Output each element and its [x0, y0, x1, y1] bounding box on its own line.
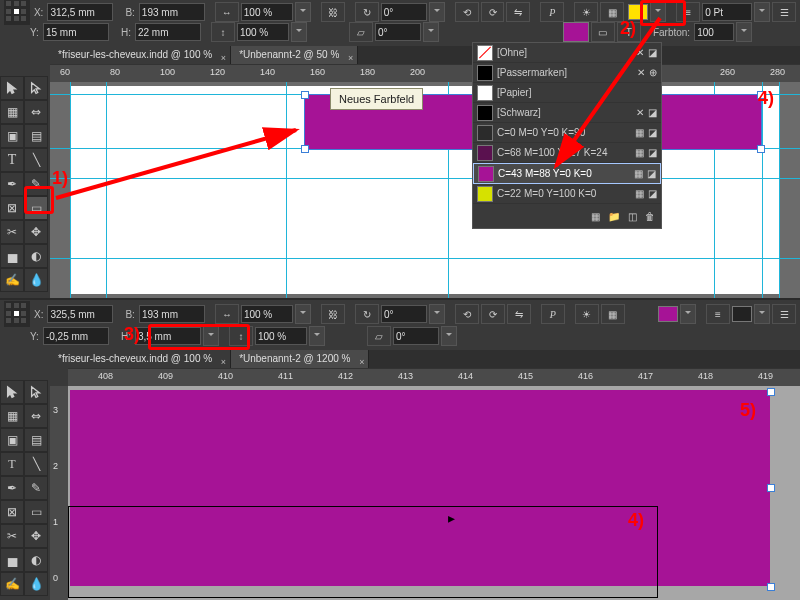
eyedropper-tool[interactable]: 💧 [24, 268, 48, 292]
shear-field[interactable] [375, 23, 421, 41]
handle[interactable] [767, 484, 775, 492]
swatch-black[interactable]: [Schwarz]✕◪ [473, 103, 661, 123]
handle[interactable] [767, 583, 775, 591]
effects-icon[interactable]: ☀ [575, 304, 599, 324]
swatch-yellow[interactable]: C=22 M=0 Y=100 K=0▦◪ [473, 184, 661, 204]
stroke-swatch[interactable] [732, 306, 752, 322]
rot-ccw-icon[interactable]: ⟲ [455, 304, 479, 324]
content-collector-tool[interactable]: ▣ [0, 428, 24, 452]
fill-dd[interactable] [650, 2, 666, 22]
gradient-feather-tool[interactable]: ◐ [24, 244, 48, 268]
scalex-dd[interactable] [295, 2, 311, 22]
ruler-v-bottom[interactable]: 3 2 1 0 [50, 386, 69, 600]
pencil-tool[interactable]: ✎ [24, 172, 48, 196]
fill-swatch[interactable] [628, 4, 648, 20]
pencil-tool[interactable]: ✎ [24, 476, 48, 500]
rot90-cw-icon[interactable]: ⟳ [481, 2, 505, 22]
page-tool[interactable]: ▦ [0, 100, 24, 124]
scalex-field[interactable] [241, 3, 293, 21]
swatch-dark-magenta[interactable]: C=68 M=100 Y=27 K=24▦◪ [473, 143, 661, 163]
w-field[interactable] [139, 3, 205, 21]
note-tool[interactable]: ✍ [0, 572, 24, 596]
panel-menu-icon[interactable]: ☰ [772, 2, 796, 22]
apply-container-icon[interactable]: ▭ [591, 22, 615, 42]
flip-icon[interactable]: ⇋ [507, 304, 531, 324]
ruler-h-bottom[interactable]: 408409410411412413414415416417418419 [68, 368, 800, 388]
page-tool[interactable]: ▦ [0, 404, 24, 428]
ruler-h-top[interactable]: 6080100120140160180200260280 [50, 64, 800, 84]
handle[interactable] [757, 91, 765, 99]
tab-doc1-b[interactable]: *friseur-les-cheveux.indd @ 100 %× [50, 350, 231, 368]
tab-doc1[interactable]: *friseur-les-cheveux.indd @ 100 %× [50, 46, 231, 64]
tab-doc2-b[interactable]: *Unbenannt-2 @ 1200 %× [231, 350, 369, 368]
handle[interactable] [767, 388, 775, 396]
rectangle-tool[interactable]: ▭ [24, 196, 48, 220]
h-field[interactable] [135, 23, 201, 41]
handle[interactable] [757, 145, 765, 153]
trash-icon[interactable]: 🗑 [645, 211, 655, 222]
free-transform-tool[interactable]: ✥ [24, 524, 48, 548]
p-icon[interactable]: P [540, 2, 564, 22]
rectangle-tool[interactable]: ▭ [24, 500, 48, 524]
content-placer-tool[interactable]: ▤ [24, 428, 48, 452]
apply-text-icon[interactable]: T [617, 22, 641, 42]
new-swatch-icon[interactable]: ◫ [628, 211, 637, 222]
scaley-dd[interactable] [291, 22, 307, 42]
y-field[interactable] [43, 23, 109, 41]
swatch-k90[interactable]: C=0 M=0 Y=0 K=90▦◪ [473, 123, 661, 143]
panel-menu-icon[interactable]: ☰ [772, 304, 796, 324]
swatch-paper[interactable]: [Papier] [473, 83, 661, 103]
effects-icon[interactable]: ☀ [574, 2, 598, 22]
rotate-dd[interactable] [429, 2, 445, 22]
gap-tool[interactable]: ⇔ [24, 100, 48, 124]
rot-cw-icon[interactable]: ⟳ [481, 304, 505, 324]
gradient-swatch-tool[interactable]: ▅ [0, 548, 24, 572]
handle[interactable] [301, 91, 309, 99]
tint-field[interactable] [694, 23, 734, 41]
link-icon[interactable]: ⛓ [321, 304, 345, 324]
swatch-none[interactable]: [Ohne]✕◪ [473, 43, 661, 63]
p-icon[interactable]: P [541, 304, 565, 324]
free-transform-tool[interactable]: ✥ [24, 220, 48, 244]
rotate-b[interactable] [381, 305, 427, 323]
fill-swatch-b[interactable] [658, 306, 678, 322]
line-tool[interactable]: ╲ [24, 148, 48, 172]
type-tool[interactable]: T [0, 452, 24, 476]
gap-tool[interactable]: ⇔ [24, 404, 48, 428]
canvas-top[interactable] [50, 82, 800, 298]
y-field-b[interactable] [43, 327, 109, 345]
pen-tool[interactable]: ✒ [0, 172, 24, 196]
content-placer-tool[interactable]: ▤ [24, 124, 48, 148]
rectangle-frame-tool[interactable]: ⊠ [0, 196, 24, 220]
pen-tool[interactable]: ✒ [0, 476, 24, 500]
scaley-b[interactable] [255, 327, 307, 345]
note-tool[interactable]: ✍ [0, 268, 24, 292]
type-tool[interactable]: T [0, 148, 24, 172]
stroke-field[interactable] [702, 3, 752, 21]
selection-tool[interactable] [0, 380, 24, 404]
swatch-view-icon[interactable]: ▦ [591, 211, 600, 222]
new-folder-icon[interactable]: 📁 [608, 211, 620, 222]
link-scale-icon[interactable]: ⛓ [321, 2, 345, 22]
canvas-bottom[interactable]: ▸ [68, 386, 800, 600]
direct-selection-tool[interactable] [24, 380, 48, 404]
h-field-b[interactable] [135, 327, 201, 345]
ref-point-b[interactable] [4, 301, 30, 327]
scissors-tool[interactable]: ✂ [0, 220, 24, 244]
scaley-field[interactable] [237, 23, 289, 41]
handle[interactable] [301, 145, 309, 153]
shear-b[interactable] [393, 327, 439, 345]
flip-h-icon[interactable]: ⇋ [506, 2, 530, 22]
black-rectangle[interactable] [68, 506, 658, 598]
swatch-registration[interactable]: [Passermarken]✕⊕ [473, 63, 661, 83]
gradient-swatch-tool[interactable]: ▅ [0, 244, 24, 268]
selection-tool[interactable] [0, 76, 24, 100]
scalex-b[interactable] [241, 305, 293, 323]
eyedropper-tool[interactable]: 💧 [24, 572, 48, 596]
stroke-dd[interactable] [754, 2, 770, 22]
direct-selection-tool[interactable] [24, 76, 48, 100]
wrap-icon[interactable]: ▦ [600, 2, 624, 22]
x-field-b[interactable] [47, 305, 113, 323]
content-collector-tool[interactable]: ▣ [0, 124, 24, 148]
x-field[interactable] [47, 3, 113, 21]
